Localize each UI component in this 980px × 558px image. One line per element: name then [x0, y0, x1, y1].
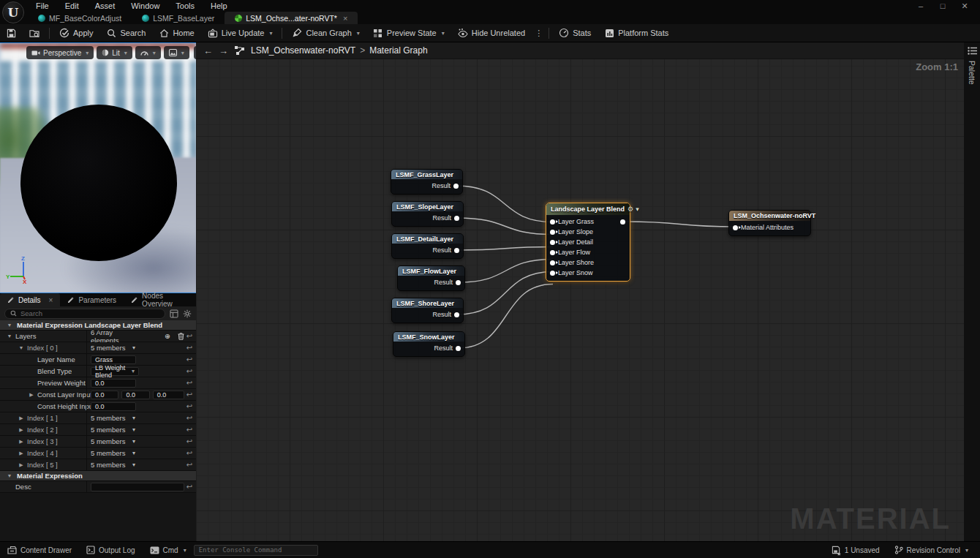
vector-component-input[interactable]: 0.0 [153, 391, 184, 399]
output-pin[interactable] [454, 312, 459, 317]
palette-sidebar-tab[interactable]: Palette [964, 42, 980, 541]
output-pin[interactable] [453, 184, 459, 189]
expander-icon[interactable]: ▼ [18, 345, 25, 350]
close-button[interactable]: ✕ [957, 1, 973, 11]
input-pin[interactable] [550, 260, 555, 265]
console-command-input[interactable]: Enter Console Command [194, 545, 318, 556]
delete-elements-icon[interactable] [178, 333, 184, 340]
input-pin[interactable] [550, 240, 555, 245]
output-pin[interactable] [620, 219, 625, 225]
chevron-down-icon[interactable]: ▾ [132, 461, 135, 468]
menu-file[interactable]: File [28, 1, 57, 11]
details-tab-parameters[interactable]: Parameters [60, 293, 124, 306]
menu-window[interactable]: Window [123, 1, 167, 11]
node-settings-gear-icon[interactable]: ⚙ [627, 206, 633, 213]
reset-to-default-icon[interactable]: ↩ [184, 448, 195, 459]
expander-icon[interactable]: ▶ [28, 392, 35, 398]
reset-to-default-icon[interactable]: ↩ [184, 342, 195, 353]
browse-asset-button[interactable] [23, 24, 46, 42]
menu-tools[interactable]: Tools [167, 1, 203, 11]
graph-node-result[interactable]: LSM_Ochsenwater-noRVTMaterial Attributes [728, 210, 811, 236]
reset-to-default-icon[interactable]: ↩ [184, 354, 195, 365]
reset-to-default-icon[interactable]: ↩ [184, 459, 195, 470]
graph-node-blend[interactable]: Landscape Layer Blend⚙▾Layer GrassLayer … [546, 203, 630, 282]
graph-node-shore[interactable]: LSMF_ShoreLayerResult [391, 298, 464, 323]
graph-node-snow[interactable]: LSMF_SnowLayerResult [393, 331, 465, 357]
maximize-button[interactable]: □ [935, 1, 951, 10]
breadcrumb-asset[interactable]: LSM_Ochsenwater-noRVT [251, 45, 355, 56]
expander-icon[interactable]: ▼ [6, 333, 13, 339]
node-collapse-chevron-icon[interactable]: ▾ [636, 206, 639, 213]
nav-forward-button[interactable]: → [219, 45, 228, 56]
live-update-button[interactable]: Live Update ▾ [201, 24, 279, 42]
chevron-down-icon[interactable]: ▾ [132, 438, 135, 445]
perspective-dropdown[interactable]: Perspective ▾ [26, 46, 94, 59]
graph-node-slope[interactable]: LSMF_SlopeLayerResult [391, 201, 464, 227]
input-pin[interactable] [550, 230, 555, 235]
input-pin[interactable] [550, 219, 555, 225]
expander-icon[interactable]: ▶ [18, 415, 25, 421]
menu-asset[interactable]: Asset [87, 1, 124, 11]
tab-close-icon[interactable]: × [343, 14, 347, 23]
details-tab-nodes-overview[interactable]: Nodes Overview [124, 293, 196, 306]
menu-edit[interactable]: Edit [57, 1, 87, 11]
platform-stats-button[interactable]: Platform Stats [598, 24, 675, 42]
output-pin[interactable] [454, 248, 459, 253]
blend-type-select[interactable]: LB Weight Blend▾ [91, 367, 139, 376]
reset-to-default-icon[interactable]: ↩ [184, 481, 195, 492]
reset-to-default-icon[interactable]: ↩ [184, 366, 195, 377]
minimize-button[interactable]: – [913, 1, 929, 10]
reset-to-default-icon[interactable]: ↩ [184, 436, 195, 447]
preview-viewport[interactable]: Perspective ▾ Lit ▾ ▾ ▾ [0, 42, 196, 293]
apply-button[interactable]: Apply [53, 24, 100, 42]
display-filter-icon[interactable] [170, 309, 178, 318]
const-height-input-input[interactable]: 0.0 [91, 402, 136, 411]
expander-icon[interactable]: ▶ [18, 439, 25, 445]
input-pin[interactable] [733, 225, 738, 230]
revision-control-button[interactable]: Revision Control ▾ [887, 542, 980, 558]
clean-graph-button[interactable]: Clean Graph ▾ [285, 24, 366, 42]
save-button[interactable] [0, 24, 23, 42]
reset-to-default-icon[interactable]: ↩ [184, 424, 195, 435]
search-button[interactable]: Search [100, 24, 153, 42]
output-pin[interactable] [454, 216, 459, 221]
preview-weight-input[interactable]: 0.0 [91, 379, 136, 388]
reset-to-default-icon[interactable]: ↩ [184, 401, 195, 412]
details-search-input[interactable]: Search [4, 309, 165, 319]
view-options-dropdown[interactable]: ▾ [135, 46, 161, 59]
layer-name-input[interactable]: Grass [91, 355, 136, 364]
graph-node-grass[interactable]: LSMF_GrassLayerResult [391, 169, 463, 195]
chevron-down-icon[interactable]: ▾ [132, 450, 135, 456]
reset-to-default-icon[interactable]: ↩ [184, 389, 195, 400]
unsaved-button[interactable]: 1 Unsaved [824, 542, 887, 558]
chevron-down-icon[interactable]: ▾ [132, 415, 135, 421]
settings-gear-icon[interactable] [183, 309, 192, 318]
vector-component-input[interactable]: 0.0 [91, 391, 118, 399]
cmd-dropdown[interactable]: Cmd ▾ [143, 542, 194, 558]
home-button[interactable]: Home [152, 24, 200, 42]
lit-dropdown[interactable]: Lit ▾ [97, 46, 132, 59]
input-pin[interactable] [550, 250, 555, 255]
preview-state-button[interactable]: Preview State ▾ [366, 24, 451, 42]
stats-button[interactable]: i Stats [552, 24, 598, 42]
asset-tab[interactable]: MF_BaseColorAdjust [28, 12, 132, 24]
expander-icon[interactable]: ▶ [18, 450, 25, 456]
chevron-down-icon[interactable]: ▾ [132, 344, 135, 351]
material-graph-canvas[interactable]: ← → LSM_Ochsenwater-noRVT > Material Gra… [196, 42, 964, 541]
reset-to-default-icon[interactable]: ↩ [184, 377, 195, 388]
reset-to-default-icon[interactable]: ↩ [184, 331, 195, 342]
asset-tab[interactable]: LSMF_BaseLayer [132, 12, 225, 24]
menu-help[interactable]: Help [203, 1, 235, 11]
screenshot-dropdown[interactable]: ▾ [164, 46, 189, 59]
category-header[interactable]: ▼Material Expression [0, 471, 196, 481]
reset-to-default-icon[interactable]: ↩ [184, 412, 195, 423]
output-pin[interactable] [456, 346, 461, 351]
desc-input[interactable] [91, 483, 184, 491]
hide-unrelated-options-button[interactable]: ⋮ [532, 29, 546, 38]
chevron-down-icon[interactable]: ▾ [132, 426, 135, 433]
nav-back-button[interactable]: ← [203, 45, 213, 56]
breadcrumb-page[interactable]: Material Graph [369, 45, 427, 56]
input-pin[interactable] [550, 271, 555, 276]
tab-close-icon[interactable]: × [49, 296, 53, 304]
expander-icon[interactable]: ▶ [18, 462, 25, 468]
